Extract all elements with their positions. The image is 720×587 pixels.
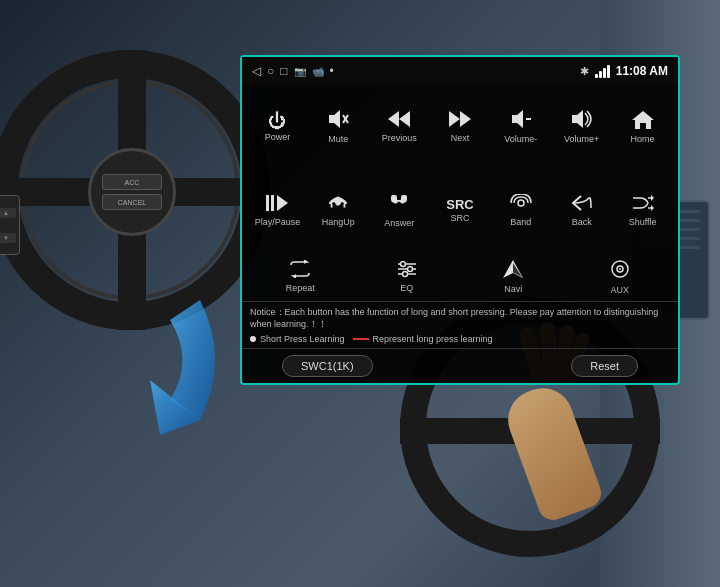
sw-btn-up[interactable]: ▲ — [0, 208, 16, 218]
status-left-icons: ◁ ○ □ 📷 📹 • — [252, 64, 334, 78]
sw-acc-button[interactable]: ACC — [102, 174, 162, 190]
mute-label: Mute — [328, 134, 348, 144]
next-label: Next — [451, 133, 470, 143]
svg-marker-11 — [632, 111, 654, 129]
ui-panel: ◁ ○ □ 📷 📹 • ✱ 11:08 AM ⏻ Power — [240, 55, 680, 385]
button-row-2: Play/Pause HangUp Answer SRC — [242, 168, 678, 251]
status-right-icons: ✱ 11:08 AM — [580, 64, 668, 78]
sw-btn-down[interactable]: ▼ — [0, 233, 16, 243]
notice-legend: Short Press Learning Represent long pres… — [250, 334, 670, 344]
repeat-button[interactable]: Repeat — [248, 254, 353, 299]
svg-marker-1 — [329, 110, 340, 128]
volume-minus-label: Volume- — [504, 134, 537, 144]
shuffle-label: Shuffle — [629, 217, 657, 227]
band-label: Band — [510, 217, 531, 227]
play-pause-icon — [266, 194, 288, 215]
power-label: Power — [265, 132, 291, 142]
svg-marker-6 — [449, 111, 460, 127]
volume-plus-button[interactable]: Volume+ — [552, 89, 611, 164]
button-row-3: Repeat EQ — [242, 252, 678, 301]
answer-icon — [389, 193, 409, 216]
svg-marker-4 — [399, 111, 410, 127]
long-press-legend: Represent long press learning — [353, 334, 493, 344]
svg-marker-7 — [460, 111, 471, 127]
dot-icon: • — [330, 64, 334, 78]
wifi-signal — [595, 65, 610, 78]
home-label: Home — [631, 134, 655, 144]
reset-button[interactable]: Reset — [571, 355, 638, 377]
hangup-button[interactable]: HangUp — [309, 172, 368, 247]
svg-marker-10 — [572, 110, 583, 128]
svg-point-36 — [619, 268, 621, 270]
status-bar: ◁ ○ □ 📷 📹 • ✱ 11:08 AM — [242, 57, 678, 85]
short-press-legend: Short Press Learning — [250, 334, 345, 344]
eq-label: EQ — [400, 283, 413, 293]
signal-bar-2 — [599, 71, 602, 78]
short-press-text: Short Press Learning — [260, 334, 345, 344]
navi-icon — [502, 259, 524, 282]
eq-button[interactable]: EQ — [355, 254, 460, 299]
sw-cancel-button[interactable]: CANCEL — [102, 194, 162, 210]
next-icon — [449, 110, 471, 131]
src-button[interactable]: SRC SRC — [431, 172, 490, 247]
answer-button[interactable]: Answer — [370, 172, 429, 247]
home-icon — [632, 109, 654, 132]
shuffle-icon — [632, 194, 654, 215]
play-pause-label: Play/Pause — [255, 217, 301, 227]
navi-button[interactable]: Navi — [461, 254, 566, 299]
volume-minus-icon — [510, 109, 532, 132]
button-row-1: ⏻ Power Mute Previous — [242, 85, 678, 168]
answer-label: Answer — [384, 218, 414, 228]
src-label: SRC — [450, 213, 469, 223]
next-button[interactable]: Next — [431, 89, 490, 164]
previous-label: Previous — [382, 133, 417, 143]
status-time: 11:08 AM — [616, 64, 668, 78]
svg-point-31 — [402, 271, 407, 276]
svg-marker-23 — [651, 205, 654, 211]
circle-icon: ○ — [267, 64, 274, 78]
power-icon: ⏻ — [268, 112, 286, 130]
band-button[interactable]: Band — [491, 172, 550, 247]
svg-point-29 — [400, 261, 405, 266]
notice-area: Notice：Each button has the function of l… — [242, 301, 678, 348]
power-button[interactable]: ⏻ Power — [248, 89, 307, 164]
long-press-text: Represent long press learning — [373, 334, 493, 344]
signal-bar-3 — [603, 68, 606, 78]
src-icon: SRC — [446, 198, 473, 211]
svg-marker-14 — [277, 195, 288, 211]
aux-icon — [609, 258, 631, 283]
volume-minus-button[interactable]: Volume- — [491, 89, 550, 164]
svg-marker-8 — [512, 110, 523, 128]
mute-button[interactable]: Mute — [309, 89, 368, 164]
signal-bar-1 — [595, 74, 598, 78]
photo-icon: 📷 — [294, 66, 306, 77]
short-press-dot — [250, 336, 256, 342]
mute-icon — [327, 109, 349, 132]
shuffle-button[interactable]: Shuffle — [613, 172, 672, 247]
volume-plus-icon — [570, 109, 594, 132]
palm — [500, 380, 606, 524]
hangup-icon — [327, 194, 349, 215]
bottom-buttons: SWC1(1K) Reset — [242, 348, 678, 383]
previous-button[interactable]: Previous — [370, 89, 429, 164]
repeat-icon — [289, 260, 311, 281]
band-icon — [510, 194, 532, 215]
back-button[interactable]: Back — [552, 172, 611, 247]
svg-marker-13 — [271, 195, 274, 211]
back-icon — [571, 194, 593, 215]
home-button[interactable]: Home — [613, 89, 672, 164]
blue-arrow — [60, 280, 240, 440]
svg-marker-21 — [651, 195, 654, 201]
play-pause-button[interactable]: Play/Pause — [248, 172, 307, 247]
sw-left-buttons: ▲ ▼ — [0, 195, 20, 255]
notice-text: Notice：Each button has the function of l… — [250, 306, 670, 331]
volume-plus-label: Volume+ — [564, 134, 599, 144]
swc1-button[interactable]: SWC1(1K) — [282, 355, 373, 377]
bluetooth-icon: ✱ — [580, 65, 589, 78]
hangup-label: HangUp — [322, 217, 355, 227]
svg-point-17 — [518, 200, 524, 206]
aux-button[interactable]: AUX — [568, 254, 673, 299]
long-press-line — [353, 338, 369, 340]
eq-icon — [396, 260, 418, 281]
back-icon: ◁ — [252, 64, 261, 78]
